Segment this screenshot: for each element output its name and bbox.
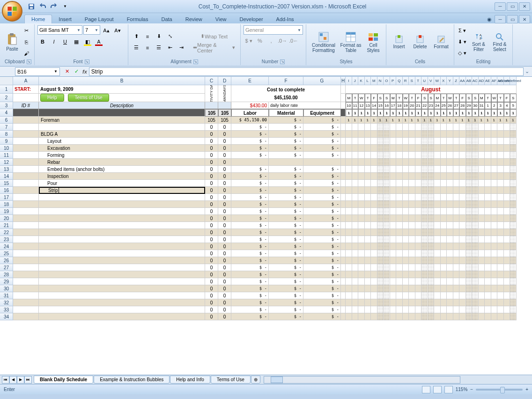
tab-nav-last[interactable]: ⏭ [24,376,32,384]
delete-cells-button[interactable]: Delete [410,27,430,58]
autosum-button[interactable]: Σ ▾ [457,26,467,36]
sheet-tab-example[interactable]: Example & Instruction Bubbles [94,376,170,384]
format-cells-button[interactable]: Format [431,27,451,58]
save-button[interactable] [26,1,37,12]
cell-desc-row23[interactable] [39,236,205,243]
tab-nav-next[interactable]: ▶ [17,376,24,384]
number-dialog-icon[interactable]: ↘ [280,59,285,64]
restore-button[interactable]: ▭ [507,2,518,11]
comma-button[interactable]: , [266,36,276,46]
format-as-table-button[interactable]: Format as Table [340,27,362,58]
cell-desc-row26[interactable] [39,257,205,264]
decrease-decimal-button[interactable]: .0← [288,36,299,46]
view-page-layout-button[interactable] [433,386,442,393]
number-format-combo[interactable]: General▼ [244,25,303,35]
redo-button[interactable] [49,1,59,12]
cell-desc-row18[interactable] [39,201,205,208]
enter-formula-icon[interactable]: ✓ [72,67,81,76]
increase-indent-button[interactable]: ⇥ [176,43,186,53]
cell-desc-row28[interactable] [39,271,205,278]
cell-desc-row31[interactable] [39,292,205,299]
close-button[interactable]: ✕ [519,2,530,11]
sheet-tab-terms[interactable]: Terms of Use [211,376,251,384]
tab-formulas[interactable]: Formulas [120,15,155,23]
tab-developer[interactable]: Developer [233,15,269,23]
cell-desc-row30[interactable] [39,285,205,292]
grow-font-button[interactable]: A▴ [101,25,111,36]
cell-desc-row24[interactable] [39,243,205,250]
office-button[interactable] [2,1,22,22]
orientation-button[interactable]: ⤡ [165,31,175,42]
cell-desc-row34[interactable] [39,313,205,320]
align-right-button[interactable]: ☰ [154,43,164,53]
minimize-button[interactable]: ─ [495,2,506,11]
cell-desc-row14[interactable]: Inspection [39,173,205,180]
workbook-close[interactable]: ✕ [519,15,530,23]
conditional-formatting-button[interactable]: Conditional Formatting [309,27,338,58]
paste-button[interactable]: Paste [5,27,20,58]
tab-home[interactable]: Home [24,15,52,23]
clear-button[interactable]: ◇ ▾ [457,48,467,59]
clipboard-dialog-icon[interactable]: ↘ [27,59,31,64]
fx-icon[interactable]: fx [82,69,87,74]
cell-desc-row25[interactable] [39,250,205,257]
sort-filter-button[interactable]: AZSort & Filter [469,27,488,58]
expand-formula-bar-icon[interactable]: ⌄ [524,68,530,74]
cell-desc-row15[interactable]: Pour [39,180,205,187]
font-color-button[interactable]: A [94,37,104,47]
cell-desc-row10[interactable]: Excavation [39,145,205,152]
cell-desc-row6[interactable]: Foreman [39,117,205,124]
alignment-dialog-icon[interactable]: ↘ [193,59,198,64]
align-top-button[interactable]: ⬆ [131,31,141,42]
align-center-button[interactable]: ≡ [142,43,153,53]
tab-nav-first[interactable]: ⏮ [2,376,9,384]
cell-desc-row20[interactable] [39,215,205,222]
tab-review[interactable]: Review [179,15,209,23]
fill-color-button[interactable]: ◧ [82,37,93,47]
align-middle-button[interactable]: ≡ [142,31,153,42]
fill-button[interactable]: ⬇ ▾ [457,37,467,47]
zoom-slider[interactable] [476,389,523,391]
sheet-tab-help[interactable]: Help and Info [170,376,210,384]
cancel-formula-icon[interactable]: ✕ [63,67,71,76]
percent-button[interactable]: % [255,36,265,46]
new-sheet-tab[interactable]: ⊕ [251,376,260,384]
border-button[interactable]: ▦ [71,37,81,47]
increase-decimal-button[interactable]: .0→ [277,36,288,46]
view-normal-button[interactable] [422,386,430,393]
tab-nav-prev[interactable]: ◀ [9,376,17,384]
worksheet-area[interactable]: ABCDEFGHIJKLMNOPQRSTUVWXYZAAABACADAEAFAG… [0,77,532,375]
cell-desc-row22[interactable] [39,229,205,236]
cell-desc-row12[interactable]: Rebar [39,159,205,166]
zoom-in-button[interactable]: + [525,387,528,392]
copy-button[interactable]: ⎘ [21,37,31,47]
help-icon[interactable]: ◉ [484,15,495,23]
tab-addins[interactable]: Add-Ins [270,15,301,23]
align-bottom-button[interactable]: ⬇ [154,31,164,42]
cell-desc-row16[interactable]: Strip [39,187,205,194]
terms-button[interactable]: Terms of Use [68,94,110,102]
insert-cells-button[interactable]: Insert [389,27,409,58]
find-select-button[interactable]: Find & Select [490,27,510,58]
align-left-button[interactable]: ☰ [131,43,141,53]
sheet-tab-blank[interactable]: Blank Daily Schedule [34,376,93,384]
horizontal-scrollbar[interactable] [264,376,460,384]
cell-desc-row27[interactable] [39,264,205,271]
zoom-out-button[interactable]: − [470,387,473,392]
cell-desc-row9[interactable]: Layout [39,138,205,145]
currency-button[interactable]: $ ▾ [244,36,254,46]
cell-desc-row29[interactable] [39,278,205,285]
cell-desc-row33[interactable] [39,306,205,313]
workbook-restore[interactable]: ▭ [507,15,518,23]
decrease-indent-button[interactable]: ⇤ [165,43,175,53]
cell-desc-row8[interactable]: BLDG A [39,131,205,138]
cell-desc-row21[interactable] [39,222,205,229]
formula-input[interactable] [89,67,524,76]
wrap-text-button[interactable]: ⬍ Wrap Text [191,31,237,42]
shrink-font-button[interactable]: A▾ [112,25,123,36]
undo-button[interactable] [37,1,48,12]
zoom-level[interactable]: 115% [456,387,468,392]
merge-center-button[interactable]: ⬌ Merge & Center ▾ [191,43,237,53]
font-dialog-icon[interactable]: ↘ [85,59,89,64]
view-page-break-button[interactable] [444,386,453,393]
